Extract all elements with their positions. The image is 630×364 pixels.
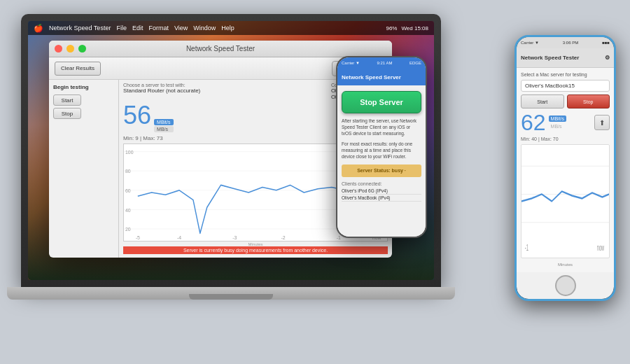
svg-text:-1: -1 — [525, 242, 528, 252]
home-button[interactable] — [555, 275, 576, 296]
phone-network: EDGE — [410, 61, 421, 65]
ptester-titlebar: Network Speed Tester ⚙ — [517, 48, 614, 68]
ptester-server-value[interactable]: Oliver's MacBook15 — [521, 80, 610, 92]
menubar-edit[interactable]: Edit — [132, 24, 144, 31]
phone-server-titlebar: Network Speed Server — [337, 69, 426, 85]
busy-message: Server is currently busy doing measureme… — [123, 246, 388, 254]
ptester-title: Network Speed Tester — [521, 55, 579, 61]
phone-description2: For most exact results: only do one meas… — [342, 141, 421, 160]
mbit-tab[interactable]: MBit/s — [154, 119, 173, 125]
ptester-control-buttons: Start Stop — [521, 94, 610, 108]
begin-testing-label: Begin testing — [53, 84, 114, 90]
ptester-time: 3:06 PM — [563, 41, 578, 45]
clock: Wed 15:08 — [401, 25, 428, 31]
close-button[interactable] — [55, 45, 62, 52]
phone-carrier: Carrier ▼ — [342, 61, 360, 65]
clients-label: Clients connected: — [342, 181, 421, 186]
ptester-chart: -1 now — [521, 144, 610, 258]
ptester-minmax: Min: 40 | Max: 70 — [521, 136, 610, 141]
phone-server-screen: Carrier ▼ 9:21 AM EDGE Network Speed Ser… — [337, 57, 426, 237]
phone-server: Carrier ▼ 9:21 AM EDGE Network Speed Ser… — [336, 56, 427, 238]
phone-description1: After starting the server, use Network S… — [342, 118, 421, 136]
gear-icon[interactable]: ⚙ — [605, 55, 610, 61]
laptop-base — [7, 287, 455, 300]
start-button[interactable]: Start — [53, 94, 81, 106]
menubar-file[interactable]: File — [116, 24, 127, 31]
svg-text:100: 100 — [125, 150, 134, 155]
minimize-button[interactable] — [66, 45, 74, 52]
speed-number: 56 — [123, 103, 151, 128]
server-status-bar: Server Status: busy · — [342, 164, 421, 177]
stop-server-button[interactable]: Stop Server — [342, 91, 421, 113]
menubar-window[interactable]: Window — [193, 24, 216, 31]
phone-server-title: Network Speed Server — [342, 74, 401, 80]
phone-time: 9:21 AM — [377, 61, 392, 65]
battery-status: 96% — [386, 25, 397, 31]
server-value: Standard Router (not accurate) — [123, 88, 200, 94]
menubar-app-name: Network Speed Tester — [49, 24, 111, 31]
phone-tester: Carrier ▼ 3:06 PM ■■■ Network Speed Test… — [514, 35, 616, 301]
ptester-speed-number: 62 — [521, 111, 546, 134]
phone-server-content: Stop Server After starting the server, u… — [337, 85, 426, 237]
svg-text:40: 40 — [125, 207, 131, 213]
svg-text:-2: -2 — [281, 235, 285, 241]
svg-text:now: now — [597, 242, 605, 252]
ptester-unit-mb[interactable]: MB/s — [549, 123, 566, 130]
menubar-right: 96% Wed 15:08 — [386, 25, 428, 31]
menubar-format[interactable]: Format — [148, 24, 169, 31]
left-panel: Begin testing Start Stop — [49, 80, 119, 258]
clear-results-button[interactable]: Clear Results — [55, 62, 101, 76]
svg-text:80: 80 — [125, 169, 131, 174]
menubar-help[interactable]: Help — [221, 24, 234, 31]
svg-text:-1: -1 — [337, 235, 341, 241]
apple-logo-icon: 🍎 — [34, 24, 43, 33]
ptester-content: Select a Mac server for testing Oliver's… — [517, 68, 614, 272]
window-titlebar: Network Speed Tester — [49, 41, 392, 57]
maximize-button[interactable] — [78, 45, 86, 52]
ptester-unit-mbit[interactable]: MBit/s — [549, 115, 566, 122]
server-select-area: Choose a server to test with: Standard R… — [123, 83, 235, 100]
ptester-start-button[interactable]: Start — [521, 94, 564, 108]
phone-client1: Oliver's iPod 6G (IPv4) — [342, 188, 421, 195]
menubar: 🍎 Network Speed Tester File Edit Format … — [28, 21, 434, 35]
ptester-server-label: Select a Mac server for testing — [521, 72, 610, 77]
svg-text:-5: -5 — [136, 235, 140, 241]
ptester-stop-button[interactable]: Stop — [567, 94, 610, 108]
ptester-statusbar: Carrier ▼ 3:06 PM ■■■ — [517, 37, 614, 48]
ptester-speed-display: 62 — [521, 111, 546, 134]
ptester-battery: ■■■ — [602, 41, 610, 45]
phone-tester-inner: Carrier ▼ 3:06 PM ■■■ Network Speed Test… — [517, 37, 614, 299]
ptester-footer: Minutes — [521, 261, 610, 268]
phone-server-statusbar: Carrier ▼ 9:21 AM EDGE — [337, 57, 426, 69]
svg-text:-4: -4 — [177, 235, 181, 241]
ptester-share-button[interactable]: ⬆ — [594, 115, 610, 130]
svg-text:20: 20 — [125, 227, 131, 232]
menubar-view[interactable]: View — [174, 24, 188, 31]
ptester-unit-tabs: MBit/s MB/s — [549, 115, 566, 130]
ptester-carrier: Carrier ▼ — [521, 41, 539, 45]
phone-client2: Oliver's MacBook (IPv4) — [342, 195, 421, 202]
window-title: Network Speed Tester — [186, 45, 255, 52]
server-label: Choose a server to test with: — [123, 83, 235, 88]
ptester-speed-row: 62 MBit/s MB/s ⬆ — [521, 111, 610, 134]
clients-list: Clients connected: Oliver's iPod 6G (IPv… — [342, 181, 421, 202]
svg-text:60: 60 — [125, 188, 131, 194]
menubar-left: 🍎 Network Speed Tester File Edit Format … — [34, 24, 234, 33]
control-buttons: Start Stop — [53, 94, 114, 119]
mb-tab[interactable]: MB/s — [154, 126, 173, 132]
stop-button[interactable]: Stop — [53, 108, 81, 119]
svg-text:-3: -3 — [232, 235, 237, 241]
unit-tabs: MBit/s MB/s — [154, 119, 173, 132]
scene: 🍎 Network Speed Tester File Edit Format … — [0, 0, 630, 364]
